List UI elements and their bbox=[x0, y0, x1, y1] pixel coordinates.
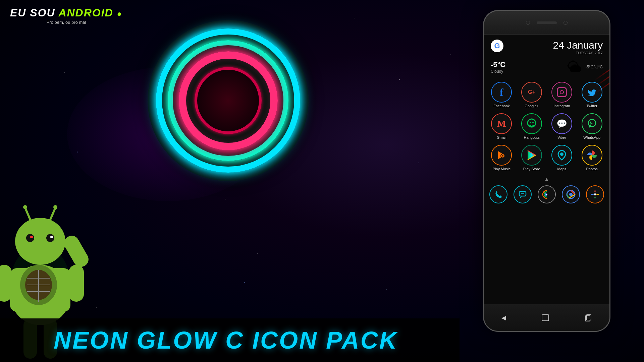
phone-icon bbox=[489, 185, 507, 203]
svg-rect-6 bbox=[69, 265, 84, 302]
app-viber[interactable]: 💬 Viber bbox=[548, 113, 576, 139]
app-row-2: M Gmail Hangouts bbox=[484, 111, 609, 142]
nav-home-button[interactable] bbox=[541, 314, 549, 321]
date-weekday: TUESDAY, 2017 bbox=[553, 51, 603, 55]
nav-recents-button[interactable] bbox=[585, 314, 592, 321]
weather-range: -5°C/-1°C bbox=[585, 65, 603, 69]
app-instagram[interactable]: Instagram bbox=[548, 82, 576, 108]
sms-icon bbox=[514, 185, 532, 203]
svg-point-16 bbox=[53, 205, 57, 209]
brand-logo: EU SOU ANDROID ● Pro bem, ou pro mal bbox=[10, 7, 122, 25]
svg-point-34 bbox=[546, 194, 547, 195]
weather-info: -5°C Cloudy bbox=[491, 60, 564, 74]
phone-screen: G 24 January TUESDAY, 2017 -5°C Cloudy 🌥… bbox=[484, 35, 609, 304]
app-maps[interactable]: Maps bbox=[548, 145, 576, 171]
app-twitter[interactable]: Twitter bbox=[578, 82, 606, 108]
phone-body: G 24 January TUESDAY, 2017 -5°C Cloudy 🌥… bbox=[483, 10, 610, 332]
google-icon[interactable]: G bbox=[491, 40, 503, 52]
svg-line-13 bbox=[25, 208, 30, 220]
svg-point-11 bbox=[46, 234, 54, 242]
app-google-plus[interactable]: G+ Google+ bbox=[518, 82, 546, 108]
app-title: NEON GLOW C ICON PACK bbox=[54, 326, 398, 354]
svg-point-8 bbox=[15, 218, 65, 265]
weather-widget: -5°C Cloudy 🌥 -5°C/-1°C bbox=[484, 57, 609, 79]
app-sms[interactable] bbox=[512, 185, 534, 203]
app-pinwheel[interactable] bbox=[584, 185, 606, 203]
phone-camera bbox=[526, 21, 530, 25]
instagram-icon bbox=[551, 82, 572, 103]
svg-point-25 bbox=[532, 122, 534, 123]
viber-icon: 💬 bbox=[551, 113, 572, 134]
photos-icon bbox=[582, 145, 602, 166]
app-play-music[interactable]: Play Music bbox=[487, 145, 516, 171]
hangouts-label: Hangouts bbox=[524, 135, 540, 139]
logo-title: EU SOU ANDROID ● bbox=[10, 7, 122, 19]
app-facebook[interactable]: f Facebook bbox=[487, 82, 516, 108]
date-day: 24 January bbox=[553, 40, 603, 51]
play-store-label: Play Store bbox=[523, 167, 540, 171]
gmail-label: Gmail bbox=[497, 135, 506, 139]
svg-point-10 bbox=[30, 236, 33, 238]
app-chrome[interactable] bbox=[559, 185, 582, 203]
svg-rect-38 bbox=[542, 315, 549, 321]
svg-rect-5 bbox=[0, 265, 12, 302]
weather-desc: Cloudy bbox=[491, 69, 564, 74]
play-music-icon bbox=[491, 145, 512, 166]
weather-icon: 🌥 bbox=[567, 58, 582, 76]
svg-point-15 bbox=[23, 205, 27, 209]
photos-label: Photos bbox=[586, 167, 598, 171]
app-dock bbox=[484, 184, 609, 207]
app-hangouts[interactable]: Hangouts bbox=[518, 113, 546, 139]
date-info: 24 January TUESDAY, 2017 bbox=[553, 40, 603, 55]
twitter-label: Twitter bbox=[586, 104, 597, 108]
svg-line-14 bbox=[50, 208, 55, 220]
hangouts-icon bbox=[521, 113, 542, 134]
title-banner: NEON GLOW C ICON PACK bbox=[0, 318, 460, 362]
svg-point-23 bbox=[528, 119, 536, 127]
app-row-1: f Facebook G+ Google+ Instagram bbox=[484, 79, 609, 111]
twitter-icon bbox=[582, 82, 602, 103]
svg-point-24 bbox=[530, 122, 531, 123]
svg-point-37 bbox=[594, 193, 596, 195]
phone-speaker bbox=[537, 21, 557, 24]
maps-label: Maps bbox=[557, 167, 566, 171]
svg-point-29 bbox=[502, 155, 503, 157]
svg-point-12 bbox=[50, 236, 53, 238]
google-plus-label: Google+ bbox=[525, 104, 539, 108]
weather-temp: -5°C bbox=[491, 60, 564, 69]
app-gmail[interactable]: M Gmail bbox=[487, 113, 516, 139]
facebook-label: Facebook bbox=[493, 104, 509, 108]
maps-icon bbox=[551, 145, 572, 166]
chevron-up-icon[interactable]: ▲ bbox=[544, 176, 549, 182]
play-store-icon bbox=[521, 145, 542, 166]
facebook-icon: f bbox=[491, 82, 512, 103]
logo-subtitle: Pro bem, ou pro mal bbox=[10, 20, 122, 25]
gmail-icon: M bbox=[491, 113, 512, 134]
app-whatsapp[interactable]: WhatsApp bbox=[578, 113, 606, 139]
instagram-label: Instagram bbox=[553, 104, 570, 108]
app-phone[interactable] bbox=[487, 185, 510, 203]
chrome-icon bbox=[562, 185, 580, 203]
google-plus-icon: G+ bbox=[521, 82, 542, 103]
whatsapp-icon bbox=[582, 113, 602, 134]
dock-separator: ▲ bbox=[484, 174, 609, 184]
app-nova[interactable] bbox=[536, 185, 558, 203]
nav-back-button[interactable]: ◀ bbox=[501, 314, 506, 321]
phone-nav-bar: ◀ bbox=[484, 304, 609, 331]
whatsapp-label: WhatsApp bbox=[583, 135, 600, 139]
svg-point-31 bbox=[560, 153, 564, 156]
svg-point-26 bbox=[588, 119, 596, 127]
app-play-store[interactable]: Play Store bbox=[518, 145, 546, 171]
pinwheel-icon bbox=[586, 185, 604, 203]
neon-icon-display bbox=[144, 17, 312, 184]
neon-center-dark bbox=[195, 67, 262, 134]
svg-point-9 bbox=[26, 234, 34, 242]
app-photos[interactable]: Photos bbox=[578, 145, 606, 171]
phone-mockup: G 24 January TUESDAY, 2017 -5°C Cloudy 🌥… bbox=[483, 10, 610, 345]
phone-top-bar bbox=[484, 11, 609, 35]
viber-label: Viber bbox=[557, 135, 566, 139]
app-row-3: Play Music bbox=[484, 142, 609, 174]
phone-camera-2 bbox=[564, 21, 568, 25]
swirl-icon bbox=[538, 185, 556, 203]
play-music-label: Play Music bbox=[493, 167, 511, 171]
